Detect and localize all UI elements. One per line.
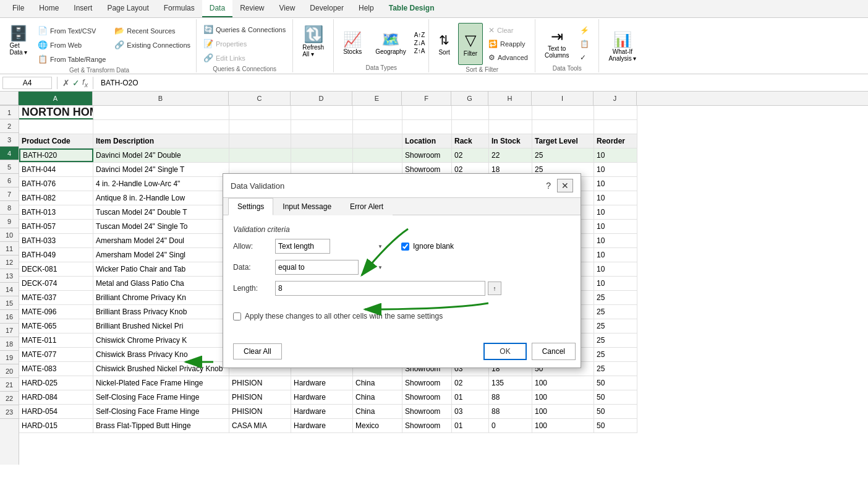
- col-header-f[interactable]: F: [402, 92, 451, 105]
- apply-all-checkbox[interactable]: [233, 312, 241, 320]
- insert-function-icon[interactable]: fx: [82, 77, 88, 88]
- row-header-20[interactable]: 20: [0, 364, 19, 378]
- row-header-5[interactable]: 5: [0, 160, 19, 174]
- row-header-19[interactable]: 19: [0, 351, 19, 364]
- recent-sources-button[interactable]: 📂 Recent Sources: [111, 24, 194, 37]
- cell-b1[interactable]: [93, 106, 229, 119]
- properties-button[interactable]: 📝 Properties: [200, 37, 289, 50]
- data-validation-button[interactable]: ✓: [577, 51, 595, 64]
- row-header-6[interactable]: 6: [0, 174, 19, 187]
- tab-review[interactable]: Review: [232, 0, 271, 17]
- col-header-b[interactable]: B: [93, 92, 229, 105]
- formula-input[interactable]: [98, 77, 866, 88]
- group-data-tools-label: Data Tools: [539, 64, 595, 72]
- filter-button[interactable]: ▽ Filter: [458, 23, 483, 65]
- geography-button[interactable]: 🗺️ Geography: [370, 29, 411, 57]
- col-header-a[interactable]: A: [19, 92, 93, 105]
- existing-connections-button[interactable]: 🔗 Existing Connections: [111, 38, 194, 51]
- queries-connections-button[interactable]: 🔄 Queries & Connections: [200, 23, 289, 36]
- tab-developer[interactable]: Developer: [302, 0, 351, 17]
- grid-row-22: HARD-054 Self-Closing Face Frame Hinge P…: [19, 405, 637, 419]
- cell-b4[interactable]: Davinci Model 24" Double: [93, 148, 229, 162]
- tab-table-design[interactable]: Table Design: [381, 0, 442, 17]
- row-header-22[interactable]: 22: [0, 392, 19, 405]
- row-header-21[interactable]: 21: [0, 378, 19, 392]
- dialog-tab-settings[interactable]: Settings: [228, 198, 273, 215]
- row-header-17[interactable]: 17: [0, 324, 19, 337]
- sort-icon: ⇅: [439, 33, 449, 48]
- row-header-2[interactable]: 2: [0, 119, 19, 133]
- title-cell[interactable]: NORTON HOMEWARES INVENTORY: [19, 106, 93, 119]
- data-validation-dialog[interactable]: Data Validation ? ✕ Settings Input Messa…: [223, 173, 581, 368]
- sort-custom-btn[interactable]: Z↑A: [414, 48, 425, 54]
- tab-help[interactable]: Help: [351, 0, 381, 17]
- cancel-button[interactable]: Cancel: [532, 343, 576, 360]
- recent-sources-icon: 📂: [114, 26, 124, 35]
- length-input[interactable]: [275, 281, 485, 296]
- clear-button[interactable]: ✕ Clear: [485, 24, 531, 37]
- row-header-14[interactable]: 14: [0, 283, 19, 296]
- from-web-button[interactable]: 🌐 From Web: [35, 38, 109, 51]
- dialog-tab-error-alert[interactable]: Error Alert: [341, 198, 393, 215]
- dialog-close-button[interactable]: ✕: [557, 179, 573, 192]
- edit-links-button[interactable]: 🔗 Edit Links: [200, 51, 289, 64]
- row-header-15[interactable]: 15: [0, 296, 19, 310]
- col-header-c[interactable]: C: [229, 92, 291, 105]
- ok-button[interactable]: OK: [483, 343, 526, 360]
- row-header-11[interactable]: 11: [0, 242, 19, 256]
- cancel-formula-icon[interactable]: ✗: [62, 78, 70, 88]
- row-header-3[interactable]: 3: [0, 133, 19, 147]
- remove-duplicates-button[interactable]: 📋: [577, 38, 595, 50]
- tab-formulas[interactable]: Formulas: [156, 0, 202, 17]
- tab-file[interactable]: File: [5, 0, 32, 17]
- col-header-d[interactable]: D: [291, 92, 352, 105]
- row-header-16[interactable]: 16: [0, 310, 19, 324]
- sort-button[interactable]: ⇅ Sort: [433, 23, 455, 65]
- row-header-12[interactable]: 12: [0, 256, 19, 269]
- from-text-csv-button[interactable]: 📄 From Text/CSV: [35, 24, 109, 37]
- get-transform-small-btns: 📄 From Text/CSV 🌐 From Web 📋 From Table/…: [35, 23, 109, 66]
- dialog-tab-input-message[interactable]: Input Message: [273, 198, 341, 215]
- col-header-h[interactable]: H: [488, 92, 532, 105]
- ignore-blank-checkbox[interactable]: [401, 243, 409, 251]
- sort-az-btn[interactable]: A↑Z: [414, 32, 425, 38]
- row-header-9[interactable]: 9: [0, 215, 19, 228]
- tab-home[interactable]: Home: [32, 0, 66, 17]
- row-header-13[interactable]: 13: [0, 269, 19, 283]
- cell-reference-input[interactable]: [2, 77, 52, 89]
- get-data-button[interactable]: 🗄️ GetData ▾: [5, 23, 32, 58]
- refresh-all-icon: 🔃: [304, 25, 323, 44]
- row-header-8[interactable]: 8: [0, 201, 19, 215]
- data-select[interactable]: equal to not equal to between not betwee…: [275, 260, 359, 275]
- dialog-help-button[interactable]: ?: [542, 179, 555, 192]
- sort-za-btn[interactable]: Z↓A: [414, 40, 425, 46]
- text-to-columns-button[interactable]: ⇥ Text toColumns: [539, 26, 574, 61]
- row-header-7[interactable]: 7: [0, 187, 19, 201]
- stocks-button[interactable]: 📈 Stocks: [338, 29, 367, 57]
- tab-page-layout[interactable]: Page Layout: [100, 0, 156, 17]
- clear-all-button[interactable]: Clear All: [233, 343, 282, 359]
- row-header-10[interactable]: 10: [0, 228, 19, 242]
- tab-view[interactable]: View: [272, 0, 303, 17]
- col-header-i[interactable]: I: [532, 92, 594, 105]
- confirm-formula-icon[interactable]: ✓: [72, 78, 80, 88]
- column-headers: A B C D E F G H I J: [0, 92, 868, 106]
- flash-fill-button[interactable]: ⚡: [577, 24, 595, 37]
- length-cell-ref-button[interactable]: ↑: [488, 282, 501, 295]
- cell-a4[interactable]: BATH-020: [19, 148, 93, 162]
- from-table-button[interactable]: 📋 From Table/Range: [35, 53, 109, 66]
- row-header-18[interactable]: 18: [0, 337, 19, 351]
- tab-data[interactable]: Data: [202, 0, 232, 17]
- row-header-23[interactable]: 23: [0, 405, 19, 419]
- advanced-button[interactable]: ⚙ Advanced: [485, 51, 531, 64]
- allow-select[interactable]: Text length Any value Whole number Decim…: [275, 239, 330, 254]
- reapply-button[interactable]: 🔁 Reapply: [485, 38, 531, 50]
- refresh-all-button[interactable]: 🔃 RefreshAll ▾: [297, 23, 330, 59]
- col-header-e[interactable]: E: [352, 92, 402, 105]
- what-if-button[interactable]: 📊 What-IfAnalysis ▾: [603, 29, 642, 64]
- col-header-g[interactable]: G: [451, 92, 488, 105]
- row-header-1[interactable]: 1: [0, 106, 19, 119]
- row-header-4[interactable]: 4: [0, 147, 19, 160]
- col-header-j[interactable]: J: [594, 92, 637, 105]
- tab-insert[interactable]: Insert: [66, 0, 100, 17]
